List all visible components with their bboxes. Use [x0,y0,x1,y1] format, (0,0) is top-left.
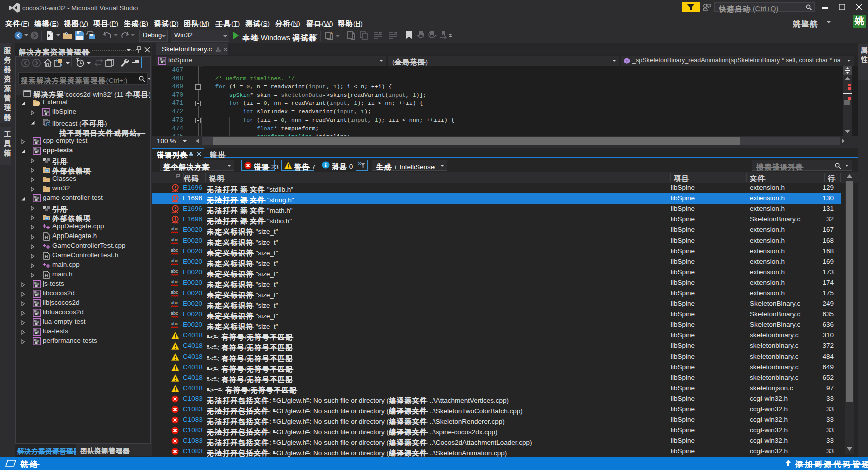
svg-text:abc: abc [171,290,178,295]
svg-text:abc: abc [171,269,178,274]
svg-text:abc: abc [171,237,178,242]
svg-text:abc: abc [171,248,178,253]
svg-text:abc: abc [171,226,178,231]
svg-text:abc: abc [171,258,178,263]
svg-text:abc: abc [171,311,178,316]
svg-text:abc: abc [171,321,178,326]
svg-text:abc: abc [171,300,178,305]
svg-text:abc: abc [171,279,178,284]
